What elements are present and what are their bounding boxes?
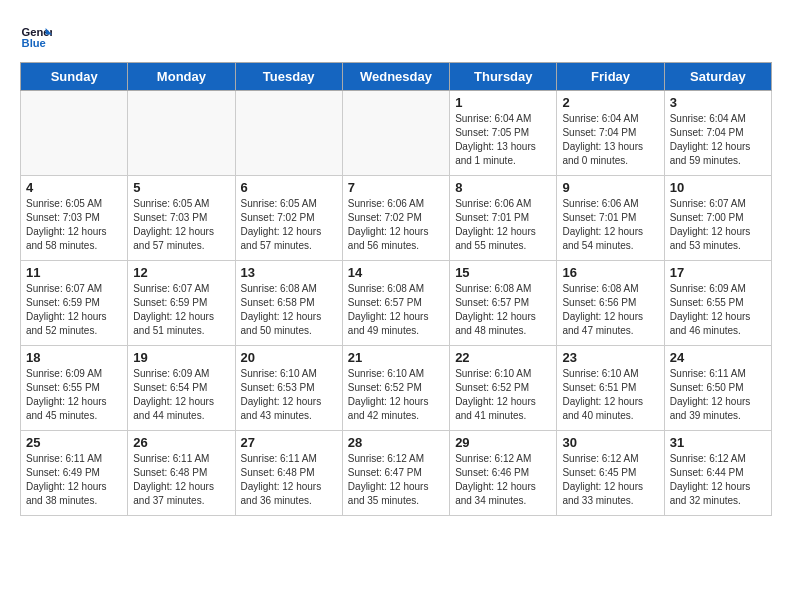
day-info: Sunrise: 6:11 AM Sunset: 6:48 PM Dayligh… <box>133 452 229 508</box>
calendar-cell: 20Sunrise: 6:10 AM Sunset: 6:53 PM Dayli… <box>235 346 342 431</box>
day-number: 17 <box>670 265 766 280</box>
day-number: 29 <box>455 435 551 450</box>
day-info: Sunrise: 6:06 AM Sunset: 7:01 PM Dayligh… <box>562 197 658 253</box>
day-header-thursday: Thursday <box>450 63 557 91</box>
calendar-cell: 8Sunrise: 6:06 AM Sunset: 7:01 PM Daylig… <box>450 176 557 261</box>
calendar-cell <box>128 91 235 176</box>
day-number: 25 <box>26 435 122 450</box>
day-info: Sunrise: 6:12 AM Sunset: 6:45 PM Dayligh… <box>562 452 658 508</box>
day-info: Sunrise: 6:06 AM Sunset: 7:02 PM Dayligh… <box>348 197 444 253</box>
day-info: Sunrise: 6:12 AM Sunset: 6:46 PM Dayligh… <box>455 452 551 508</box>
calendar-table: SundayMondayTuesdayWednesdayThursdayFrid… <box>20 62 772 516</box>
calendar-cell: 7Sunrise: 6:06 AM Sunset: 7:02 PM Daylig… <box>342 176 449 261</box>
day-number: 13 <box>241 265 337 280</box>
calendar-cell: 5Sunrise: 6:05 AM Sunset: 7:03 PM Daylig… <box>128 176 235 261</box>
day-info: Sunrise: 6:10 AM Sunset: 6:52 PM Dayligh… <box>348 367 444 423</box>
svg-text:Blue: Blue <box>22 37 46 49</box>
day-info: Sunrise: 6:07 AM Sunset: 6:59 PM Dayligh… <box>133 282 229 338</box>
calendar-cell: 2Sunrise: 6:04 AM Sunset: 7:04 PM Daylig… <box>557 91 664 176</box>
day-number: 15 <box>455 265 551 280</box>
day-info: Sunrise: 6:07 AM Sunset: 7:00 PM Dayligh… <box>670 197 766 253</box>
day-number: 9 <box>562 180 658 195</box>
logo: General Blue <box>20 20 60 52</box>
day-number: 20 <box>241 350 337 365</box>
calendar-cell: 1Sunrise: 6:04 AM Sunset: 7:05 PM Daylig… <box>450 91 557 176</box>
calendar-cell: 19Sunrise: 6:09 AM Sunset: 6:54 PM Dayli… <box>128 346 235 431</box>
day-info: Sunrise: 6:11 AM Sunset: 6:49 PM Dayligh… <box>26 452 122 508</box>
calendar-cell <box>21 91 128 176</box>
day-number: 6 <box>241 180 337 195</box>
calendar-cell: 23Sunrise: 6:10 AM Sunset: 6:51 PM Dayli… <box>557 346 664 431</box>
day-number: 12 <box>133 265 229 280</box>
day-header-saturday: Saturday <box>664 63 771 91</box>
day-number: 16 <box>562 265 658 280</box>
calendar-week-5: 25Sunrise: 6:11 AM Sunset: 6:49 PM Dayli… <box>21 431 772 516</box>
day-header-monday: Monday <box>128 63 235 91</box>
day-info: Sunrise: 6:05 AM Sunset: 7:03 PM Dayligh… <box>26 197 122 253</box>
day-info: Sunrise: 6:04 AM Sunset: 7:05 PM Dayligh… <box>455 112 551 168</box>
day-info: Sunrise: 6:09 AM Sunset: 6:55 PM Dayligh… <box>26 367 122 423</box>
day-number: 21 <box>348 350 444 365</box>
day-info: Sunrise: 6:05 AM Sunset: 7:03 PM Dayligh… <box>133 197 229 253</box>
calendar-week-1: 1Sunrise: 6:04 AM Sunset: 7:05 PM Daylig… <box>21 91 772 176</box>
calendar-cell: 14Sunrise: 6:08 AM Sunset: 6:57 PM Dayli… <box>342 261 449 346</box>
calendar-cell: 26Sunrise: 6:11 AM Sunset: 6:48 PM Dayli… <box>128 431 235 516</box>
day-info: Sunrise: 6:04 AM Sunset: 7:04 PM Dayligh… <box>670 112 766 168</box>
calendar-cell: 12Sunrise: 6:07 AM Sunset: 6:59 PM Dayli… <box>128 261 235 346</box>
day-info: Sunrise: 6:08 AM Sunset: 6:57 PM Dayligh… <box>455 282 551 338</box>
day-info: Sunrise: 6:12 AM Sunset: 6:47 PM Dayligh… <box>348 452 444 508</box>
day-info: Sunrise: 6:09 AM Sunset: 6:54 PM Dayligh… <box>133 367 229 423</box>
day-number: 24 <box>670 350 766 365</box>
day-number: 19 <box>133 350 229 365</box>
calendar-cell: 6Sunrise: 6:05 AM Sunset: 7:02 PM Daylig… <box>235 176 342 261</box>
day-number: 27 <box>241 435 337 450</box>
calendar-cell: 4Sunrise: 6:05 AM Sunset: 7:03 PM Daylig… <box>21 176 128 261</box>
day-info: Sunrise: 6:12 AM Sunset: 6:44 PM Dayligh… <box>670 452 766 508</box>
day-number: 1 <box>455 95 551 110</box>
day-number: 8 <box>455 180 551 195</box>
calendar-week-2: 4Sunrise: 6:05 AM Sunset: 7:03 PM Daylig… <box>21 176 772 261</box>
calendar-cell: 27Sunrise: 6:11 AM Sunset: 6:48 PM Dayli… <box>235 431 342 516</box>
calendar-cell: 22Sunrise: 6:10 AM Sunset: 6:52 PM Dayli… <box>450 346 557 431</box>
day-number: 30 <box>562 435 658 450</box>
day-info: Sunrise: 6:08 AM Sunset: 6:56 PM Dayligh… <box>562 282 658 338</box>
day-header-friday: Friday <box>557 63 664 91</box>
calendar-cell: 25Sunrise: 6:11 AM Sunset: 6:49 PM Dayli… <box>21 431 128 516</box>
calendar-cell: 24Sunrise: 6:11 AM Sunset: 6:50 PM Dayli… <box>664 346 771 431</box>
calendar-cell: 18Sunrise: 6:09 AM Sunset: 6:55 PM Dayli… <box>21 346 128 431</box>
calendar-cell <box>235 91 342 176</box>
calendar-cell: 3Sunrise: 6:04 AM Sunset: 7:04 PM Daylig… <box>664 91 771 176</box>
day-info: Sunrise: 6:10 AM Sunset: 6:53 PM Dayligh… <box>241 367 337 423</box>
calendar-cell: 29Sunrise: 6:12 AM Sunset: 6:46 PM Dayli… <box>450 431 557 516</box>
day-header-sunday: Sunday <box>21 63 128 91</box>
day-info: Sunrise: 6:10 AM Sunset: 6:52 PM Dayligh… <box>455 367 551 423</box>
day-info: Sunrise: 6:05 AM Sunset: 7:02 PM Dayligh… <box>241 197 337 253</box>
calendar-cell: 17Sunrise: 6:09 AM Sunset: 6:55 PM Dayli… <box>664 261 771 346</box>
day-number: 14 <box>348 265 444 280</box>
logo-icon: General Blue <box>20 20 52 52</box>
day-number: 18 <box>26 350 122 365</box>
calendar-cell: 15Sunrise: 6:08 AM Sunset: 6:57 PM Dayli… <box>450 261 557 346</box>
calendar-week-4: 18Sunrise: 6:09 AM Sunset: 6:55 PM Dayli… <box>21 346 772 431</box>
calendar-cell: 31Sunrise: 6:12 AM Sunset: 6:44 PM Dayli… <box>664 431 771 516</box>
day-header-tuesday: Tuesday <box>235 63 342 91</box>
calendar-cell: 21Sunrise: 6:10 AM Sunset: 6:52 PM Dayli… <box>342 346 449 431</box>
day-number: 2 <box>562 95 658 110</box>
day-number: 5 <box>133 180 229 195</box>
day-number: 26 <box>133 435 229 450</box>
day-number: 3 <box>670 95 766 110</box>
calendar-cell: 16Sunrise: 6:08 AM Sunset: 6:56 PM Dayli… <box>557 261 664 346</box>
day-number: 7 <box>348 180 444 195</box>
calendar-cell: 10Sunrise: 6:07 AM Sunset: 7:00 PM Dayli… <box>664 176 771 261</box>
calendar-cell: 9Sunrise: 6:06 AM Sunset: 7:01 PM Daylig… <box>557 176 664 261</box>
day-info: Sunrise: 6:08 AM Sunset: 6:57 PM Dayligh… <box>348 282 444 338</box>
day-header-wednesday: Wednesday <box>342 63 449 91</box>
day-number: 11 <box>26 265 122 280</box>
day-info: Sunrise: 6:10 AM Sunset: 6:51 PM Dayligh… <box>562 367 658 423</box>
page-header: General Blue <box>20 20 772 52</box>
day-info: Sunrise: 6:11 AM Sunset: 6:50 PM Dayligh… <box>670 367 766 423</box>
day-info: Sunrise: 6:04 AM Sunset: 7:04 PM Dayligh… <box>562 112 658 168</box>
calendar-cell <box>342 91 449 176</box>
day-number: 28 <box>348 435 444 450</box>
calendar-header-row: SundayMondayTuesdayWednesdayThursdayFrid… <box>21 63 772 91</box>
